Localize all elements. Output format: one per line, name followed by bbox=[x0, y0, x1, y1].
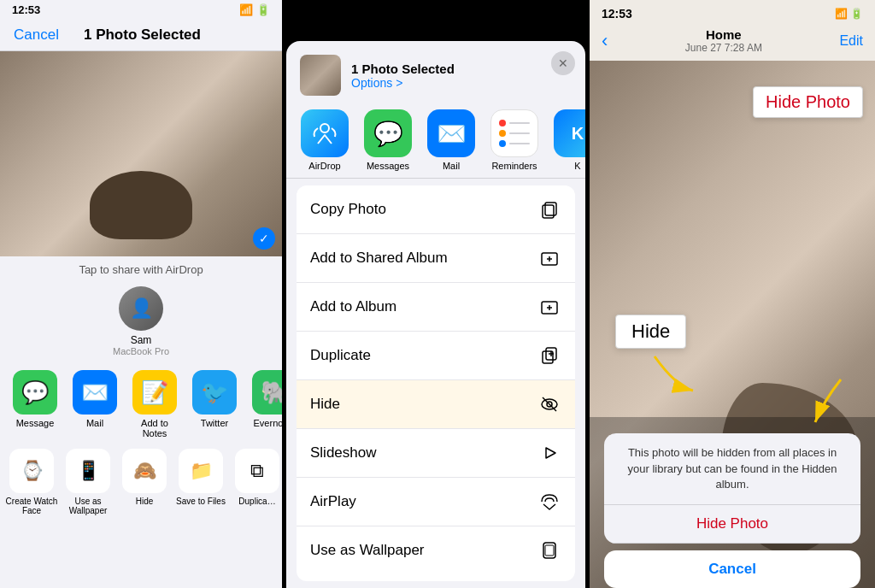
action-row: ⌚ Create Watch Face 📱 Use as Wallpaper 🙈… bbox=[0, 444, 282, 520]
app-item-twitter[interactable]: 🐦 Twitter bbox=[188, 370, 241, 438]
cat-shape bbox=[90, 171, 192, 239]
action-label-watch: Create Watch Face bbox=[5, 497, 58, 515]
share-app-reminders[interactable]: Reminders bbox=[486, 109, 543, 171]
panel1-header: Cancel 1 Photo Selected bbox=[0, 16, 282, 51]
share-app-mail[interactable]: ✉️ Mail bbox=[423, 109, 479, 171]
hide-arrow bbox=[646, 352, 697, 398]
duplicate-list-icon bbox=[537, 344, 561, 368]
hide-photo-callout: Hide Photo bbox=[753, 86, 863, 118]
copy-photo-icon bbox=[537, 197, 561, 221]
slideshow-label: Slideshow bbox=[310, 444, 537, 462]
watch-face-icon: ⌚ bbox=[9, 449, 54, 493]
action-wallpaper[interactable]: 📱 Use as Wallpaper bbox=[62, 449, 115, 515]
status-bar-panel3: 12:53 📶 🔋 bbox=[590, 0, 875, 24]
airplay-label: AirPlay bbox=[310, 493, 537, 510]
photo-preview-panel1: ✓ bbox=[0, 51, 282, 256]
modal-hide-photo-button[interactable]: Hide Photo bbox=[604, 505, 860, 544]
share-thumbnail bbox=[300, 55, 341, 96]
home-date: June 27 7:28 AM bbox=[685, 42, 762, 54]
share-options-link[interactable]: Options > bbox=[351, 76, 572, 90]
mail-label: Mail bbox=[443, 161, 460, 171]
contact-subtitle: MacBook Pro bbox=[113, 346, 169, 356]
action-label-wallpaper: Use as Wallpaper bbox=[62, 497, 115, 515]
cancel-button[interactable]: Cancel bbox=[14, 26, 59, 44]
wallpaper-icon: 📱 bbox=[66, 449, 110, 493]
modal-cancel-button[interactable]: Cancel bbox=[604, 550, 860, 588]
app-label-mail: Mail bbox=[86, 418, 103, 428]
app-item-message[interactable]: 💬 Message bbox=[9, 370, 62, 438]
copy-photo-label: Copy Photo bbox=[310, 201, 537, 218]
action-duplicate[interactable]: ⧉ Duplica… bbox=[231, 449, 282, 515]
status-icons-panel3: 📶 🔋 bbox=[835, 8, 863, 20]
app-label-twitter: Twitter bbox=[201, 418, 228, 428]
modal-overlay: This photo will be hidden from all place… bbox=[590, 417, 875, 588]
back-button[interactable]: ‹ bbox=[602, 30, 608, 52]
message-icon: 💬 bbox=[13, 370, 57, 415]
action-label-save: Save to Files bbox=[176, 497, 226, 506]
time-label: 12:53 bbox=[12, 3, 40, 16]
wallpaper-list-icon bbox=[537, 538, 561, 562]
share-photo-count: 1 Photo Selected bbox=[351, 62, 572, 76]
panel-photo-detail: 12:53 📶 🔋 ‹ Home June 27 7:28 AM Edit Hi… bbox=[590, 0, 875, 588]
action-airplay[interactable]: AirPlay bbox=[297, 478, 575, 526]
more-label: K bbox=[574, 161, 580, 171]
add-shared-album-label: Add to Shared Album bbox=[310, 250, 537, 267]
share-title-area: 1 Photo Selected Options > bbox=[351, 62, 572, 90]
svg-point-1 bbox=[320, 124, 329, 132]
divider1 bbox=[286, 178, 585, 179]
airdrop-label: AirDrop bbox=[308, 161, 340, 171]
selection-checkmark: ✓ bbox=[253, 227, 275, 250]
hide-callout: Hide bbox=[615, 315, 686, 349]
app-item-mail[interactable]: ✉️ Mail bbox=[68, 370, 121, 438]
nav-center: Home June 27 7:28 AM bbox=[685, 27, 762, 54]
slideshow-icon bbox=[537, 441, 561, 465]
modal-body: This photo will be hidden from all place… bbox=[604, 433, 860, 505]
share-app-more[interactable]: K K bbox=[549, 109, 585, 171]
action-duplicate[interactable]: Duplicate bbox=[297, 332, 575, 380]
action-watch-face[interactable]: ⌚ Create Watch Face bbox=[5, 449, 58, 515]
hide-callout-text: Hide bbox=[631, 320, 670, 342]
app-label-evernote: Evernot… bbox=[254, 418, 282, 428]
time-label-panel3: 12:53 bbox=[602, 7, 632, 21]
twitter-icon: 🐦 bbox=[192, 370, 237, 415]
action-add-album[interactable]: Add to Album bbox=[297, 283, 575, 332]
airdrop-share-icon bbox=[301, 109, 349, 157]
svg-marker-17 bbox=[546, 448, 555, 458]
reminders-label: Reminders bbox=[491, 161, 537, 171]
app-label-notes: Add to Notes bbox=[128, 418, 181, 438]
hide-photo-modal: This photo will be hidden from all place… bbox=[604, 433, 860, 544]
share-sheet-container: 1 Photo Selected Options > ✕ AirDrop bbox=[286, 41, 585, 588]
action-save-files[interactable]: 📁 Save to Files bbox=[174, 449, 227, 515]
share-app-messages[interactable]: 💬 Messages bbox=[360, 109, 416, 171]
app-item-notes[interactable]: 📝 Add to Notes bbox=[128, 370, 181, 438]
action-label-duplicate: Duplica… bbox=[238, 497, 275, 506]
edit-button[interactable]: Edit bbox=[839, 33, 863, 49]
action-add-shared-album[interactable]: Add to Shared Album bbox=[297, 234, 575, 283]
action-hide[interactable]: 🙈 Hide bbox=[118, 449, 171, 515]
add-album-icon bbox=[537, 295, 561, 319]
action-copy-photo[interactable]: Copy Photo bbox=[297, 185, 575, 234]
app-share-row: 💬 Message ✉️ Mail 📝 Add to Notes 🐦 Twitt… bbox=[0, 365, 282, 444]
hide-photo-callout-text: Hide Photo bbox=[766, 92, 850, 111]
wallpaper-list-label: Use as Wallpaper bbox=[310, 542, 537, 559]
hide-photo-arrow bbox=[807, 375, 849, 430]
share-sheet-header: 1 Photo Selected Options > ✕ bbox=[286, 41, 585, 103]
action-hide[interactable]: Hide bbox=[297, 380, 575, 429]
duplicate-icon: ⧉ bbox=[235, 449, 279, 493]
duplicate-label: Duplicate bbox=[310, 347, 537, 364]
svg-rect-19 bbox=[545, 545, 554, 556]
share-close-button[interactable]: ✕ bbox=[551, 51, 575, 75]
mail-share-icon: ✉️ bbox=[427, 109, 475, 157]
action-slideshow[interactable]: Slideshow bbox=[297, 429, 575, 478]
reminders-share-icon bbox=[490, 109, 538, 157]
status-bar-panel1: 12:53 📶 🔋 bbox=[0, 0, 282, 16]
photo-nav: ‹ Home June 27 7:28 AM Edit bbox=[590, 24, 875, 61]
app-item-evernote[interactable]: 🐘 Evernot… bbox=[248, 370, 282, 438]
share-app-airdrop[interactable]: AirDrop bbox=[297, 109, 353, 171]
notes-icon: 📝 bbox=[132, 370, 177, 415]
app-label-message: Message bbox=[16, 418, 55, 428]
panel1-title: 1 Photo Selected bbox=[84, 26, 201, 44]
action-wallpaper[interactable]: Use as Wallpaper bbox=[297, 526, 575, 574]
airdrop-hint: Tap to share with AirDrop bbox=[0, 256, 282, 281]
home-title: Home bbox=[706, 27, 742, 42]
